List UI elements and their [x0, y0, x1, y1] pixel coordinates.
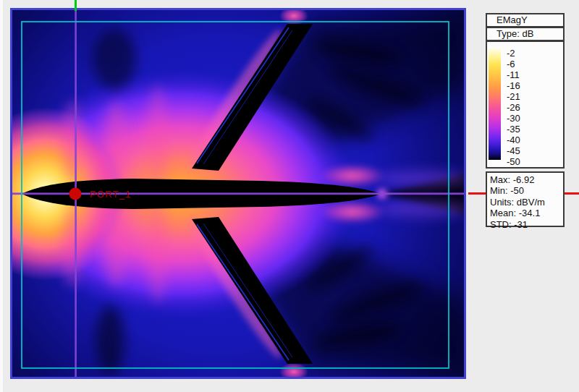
colorbar-tick: -16 [507, 81, 520, 90]
colorbar-box: -2 -6 -11 -16 -21 -26 -30 -35 -40 -45 -5… [486, 41, 565, 169]
legend-title-box: EMagY [486, 13, 565, 27]
vertical-slice-line[interactable] [75, 0, 77, 11]
field-streak [104, 101, 127, 188]
port-label: PORT_1 [90, 189, 132, 200]
field-streak [62, 101, 83, 181]
colorbar-tick: -45 [507, 146, 520, 155]
colorbar-tick: -40 [507, 135, 520, 145]
colorbar-gradient [489, 47, 501, 160]
field-streak [148, 85, 168, 187]
field-streak [104, 200, 127, 286]
legend-title: EMagY [496, 14, 528, 25]
field-purple-band [379, 200, 466, 218]
colorbar-tick: -50 [507, 157, 520, 166]
stat-max: Max: -6.92 [490, 174, 563, 185]
field-viewer-window: PORT_1 EMagY Type: dB -2 -6 -11 -16 -21 … [0, 0, 579, 392]
field-dark-patch [96, 305, 124, 375]
colorbar-tick: -35 [507, 124, 520, 134]
field-dark-patch [93, 29, 136, 90]
colorbar-tick: -2 [507, 48, 515, 58]
colorbar-tick: -11 [507, 70, 520, 80]
colorbar-tick: -6 [507, 59, 515, 69]
tail-glow [319, 164, 386, 187]
stat-std: STD: -31 [490, 219, 563, 230]
colorbar-tick: -21 [507, 92, 520, 101]
port-marker[interactable] [69, 188, 82, 200]
legend-type: Type: dB [496, 28, 533, 39]
field-plot-viewport[interactable]: PORT_1 [10, 8, 466, 379]
stat-min: Min: -50 [490, 185, 563, 196]
field-purple-band [379, 170, 466, 187]
field-streak [62, 207, 83, 286]
stats-box: Max: -6.92 Min: -50 Units: dBV/m Mean: -… [486, 171, 565, 227]
field-streak [148, 201, 168, 302]
stat-mean: Mean: -34.1 [490, 208, 563, 218]
window-edge [0, 0, 3, 392]
legend-type-box: Type: dB [486, 27, 565, 41]
tail-glow [319, 200, 386, 223]
colorbar-tick: -30 [507, 114, 520, 123]
stat-units: Units: dBV/m [490, 197, 563, 208]
colorbar-tick: -26 [507, 103, 520, 112]
